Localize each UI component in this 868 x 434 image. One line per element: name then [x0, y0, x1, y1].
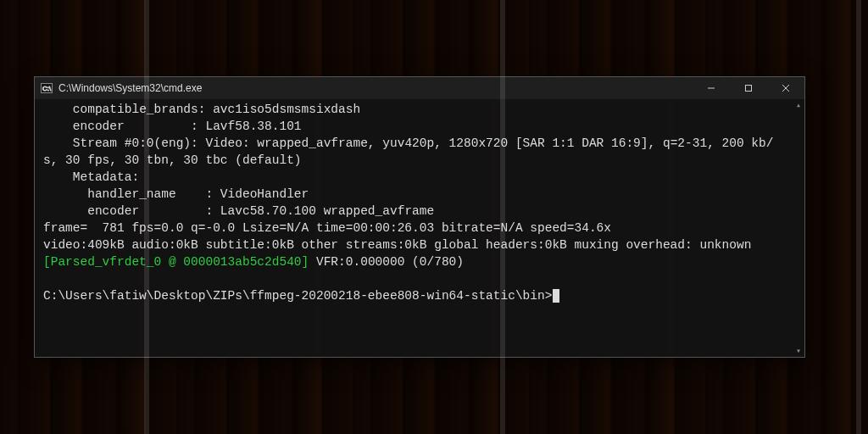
terminal-line: frame= 781 fps=0.0 q=-0.0 Lsize=N/A time…	[43, 221, 611, 235]
terminal-line: encoder : Lavc58.70.100 wrapped_avframe	[43, 204, 434, 218]
vertical-scrollbar[interactable]: ▴ ▾	[793, 99, 804, 357]
maximize-icon	[744, 84, 753, 92]
minimize-button[interactable]	[693, 77, 730, 99]
terminal-line: Metadata:	[43, 170, 139, 184]
svg-rect-0	[42, 84, 53, 93]
terminal-line: handler_name : VideoHandler	[43, 187, 309, 201]
terminal-line-parsed: [Parsed_vfrdet_0 @ 0000013ab5c2d540]	[43, 255, 309, 269]
maximize-button[interactable]	[730, 77, 767, 99]
cmd-icon: C:\	[40, 81, 53, 95]
close-button[interactable]	[767, 77, 804, 99]
svg-rect-3	[746, 86, 752, 92]
terminal-line: Stream #0:0(eng): Video: wrapped_avframe…	[43, 136, 773, 167]
desktop-background: C:\ C:\Windows\System32\cmd.exe compatib…	[0, 0, 868, 434]
text-cursor	[553, 289, 559, 303]
window-title: C:\Windows\System32\cmd.exe	[58, 82, 202, 94]
terminal-output[interactable]: compatible_brands: avc1iso5dsmsmsixdash …	[35, 99, 793, 357]
terminal-line: encoder : Lavf58.38.101	[43, 120, 302, 133]
minimize-icon	[707, 84, 715, 92]
terminal-line: video:409kB audio:0kB subtitle:0kB other…	[43, 238, 751, 252]
command-prompt: C:\Users\fatiw\Desktop\ZIPs\ffmpeg-20200…	[43, 289, 552, 303]
scroll-up-arrow-icon[interactable]: ▴	[793, 99, 804, 111]
svg-line-4	[782, 85, 789, 92]
svg-line-5	[782, 85, 789, 92]
titlebar[interactable]: C:\ C:\Windows\System32\cmd.exe	[35, 77, 804, 99]
svg-text:C:\: C:\	[42, 85, 52, 92]
scroll-down-arrow-icon[interactable]: ▾	[793, 345, 804, 357]
cmd-window: C:\ C:\Windows\System32\cmd.exe compatib…	[34, 76, 805, 358]
terminal-line: compatible_brands: avc1iso5dsmsmsixdash	[43, 103, 360, 116]
window-client-area: compatible_brands: avc1iso5dsmsmsixdash …	[35, 99, 804, 357]
close-icon	[782, 84, 790, 92]
terminal-line: VFR:0.000000 (0/780)	[309, 255, 464, 269]
